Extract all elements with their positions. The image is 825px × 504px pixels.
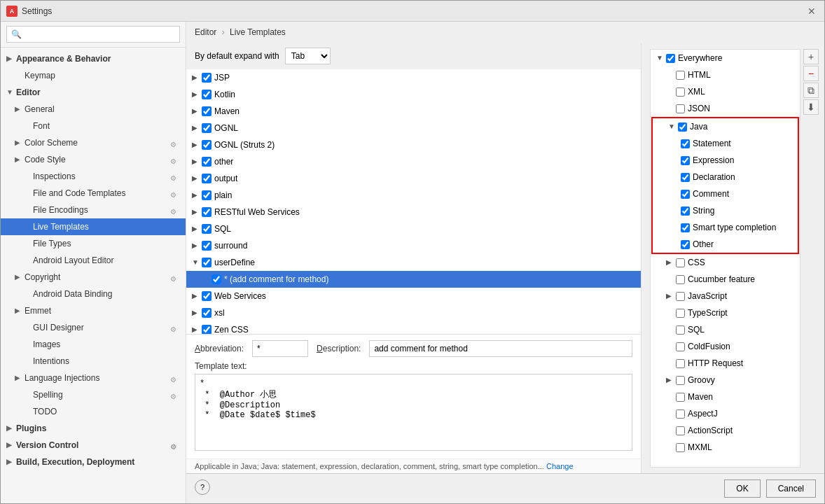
- description-input[interactable]: [369, 340, 632, 357]
- ctx-item-everywhere[interactable]: ▼ Everywhere: [651, 50, 800, 66]
- sidebar-item-todo[interactable]: TODO: [1, 403, 186, 420]
- template-group-jsp[interactable]: ▶ JSP: [186, 69, 641, 86]
- ctx-item-smart-type[interactable]: Smart type completion: [653, 219, 798, 236]
- template-checkbox[interactable]: [202, 258, 212, 267]
- abbreviation-input[interactable]: [252, 340, 308, 357]
- change-link[interactable]: Change: [546, 462, 574, 470]
- ctx-checkbox[interactable]: [666, 54, 675, 63]
- ctx-checkbox[interactable]: [676, 342, 685, 351]
- ctx-checkbox[interactable]: [681, 223, 690, 232]
- template-checkbox[interactable]: [202, 157, 212, 167]
- template-group-other[interactable]: ▶ other: [186, 153, 641, 170]
- template-checkbox[interactable]: [202, 241, 212, 251]
- ctx-checkbox[interactable]: [676, 410, 685, 419]
- template-checkbox[interactable]: [202, 308, 212, 318]
- sidebar-item-android-layout-editor[interactable]: Android Layout Editor: [1, 252, 186, 269]
- ctx-item-java[interactable]: ▼ Java: [653, 118, 798, 135]
- sidebar-item-gui-designer[interactable]: GUI Designer ⚙: [1, 319, 186, 336]
- template-group-restful[interactable]: ▶ RESTful Web Services: [186, 204, 641, 220]
- ctx-item-statement[interactable]: Statement: [653, 135, 798, 152]
- template-checkbox[interactable]: [202, 106, 212, 116]
- template-group-zen-css[interactable]: ▶ Zen CSS: [186, 321, 641, 334]
- ctx-item-actionscript[interactable]: ActionScript: [651, 422, 800, 439]
- ctx-checkbox[interactable]: [676, 71, 685, 80]
- ctx-checkbox[interactable]: [676, 376, 685, 385]
- sidebar-item-emmet[interactable]: ▶ Emmet: [1, 302, 186, 319]
- template-group-maven[interactable]: ▶ Maven: [186, 103, 641, 120]
- template-checkbox[interactable]: [212, 274, 221, 284]
- sidebar-item-build-exec[interactable]: ▶ Build, Execution, Deployment: [1, 454, 186, 470]
- ctx-item-typescript[interactable]: TypeScript: [651, 304, 800, 321]
- ctx-checkbox[interactable]: [676, 88, 685, 97]
- template-group-kotlin[interactable]: ▶ Kotlin: [186, 86, 641, 103]
- template-checkbox[interactable]: [202, 140, 212, 150]
- ctx-checkbox[interactable]: [681, 190, 690, 199]
- move-button[interactable]: ⬇: [803, 99, 819, 115]
- sidebar-item-font[interactable]: Font: [1, 118, 186, 134]
- ctx-item-groovy[interactable]: ▶ Groovy: [651, 372, 800, 388]
- ctx-item-mxml[interactable]: MXML: [651, 439, 800, 456]
- sidebar-item-appearance[interactable]: ▶ Appearance & Behavior: [1, 50, 186, 67]
- ctx-item-json[interactable]: JSON: [651, 100, 800, 117]
- sidebar-item-images[interactable]: Images: [1, 336, 186, 353]
- sidebar-item-intentions[interactable]: Intentions: [1, 353, 186, 370]
- ctx-item-http-request[interactable]: HTTP Request: [651, 355, 800, 372]
- ctx-item-expression[interactable]: Expression: [653, 152, 798, 169]
- ctx-item-javascript[interactable]: ▶ JavaScript: [651, 288, 800, 304]
- ctx-checkbox[interactable]: [676, 426, 685, 435]
- close-button[interactable]: ✕: [805, 4, 819, 18]
- sidebar-item-plugins[interactable]: ▶ Plugins: [1, 420, 186, 437]
- template-checkbox[interactable]: [202, 123, 212, 133]
- ctx-checkbox[interactable]: [681, 173, 690, 182]
- template-checkbox[interactable]: [202, 90, 212, 99]
- ctx-item-sql[interactable]: SQL: [651, 321, 800, 338]
- template-item-add-comment[interactable]: * (add comment for method): [186, 271, 641, 288]
- template-text-area[interactable]: * * @Author 小思 * @Description * @Date $d…: [195, 374, 632, 451]
- template-checkbox[interactable]: [202, 190, 212, 200]
- ctx-checkbox[interactable]: [676, 443, 685, 452]
- ctx-checkbox[interactable]: [676, 292, 685, 301]
- ctx-checkbox[interactable]: [676, 309, 685, 318]
- sidebar-item-file-encodings[interactable]: File Encodings ⚙: [1, 202, 186, 218]
- sidebar-item-keymap[interactable]: Keymap: [1, 67, 186, 84]
- sidebar-item-android-data-binding[interactable]: Android Data Binding: [1, 286, 186, 302]
- sidebar-item-editor[interactable]: ▼ Editor: [1, 84, 186, 101]
- ctx-checkbox[interactable]: [676, 393, 685, 402]
- ctx-checkbox[interactable]: [676, 104, 685, 113]
- ctx-item-maven[interactable]: Maven: [651, 388, 800, 405]
- template-group-surround[interactable]: ▶ surround: [186, 237, 641, 254]
- template-group-xsl[interactable]: ▶ xsl: [186, 304, 641, 321]
- copy-button[interactable]: ⧉: [803, 83, 819, 98]
- ctx-item-cucumber[interactable]: Cucumber feature: [651, 271, 800, 288]
- template-group-plain[interactable]: ▶ plain: [186, 187, 641, 204]
- template-group-ognl-struts[interactable]: ▶ OGNL (Struts 2): [186, 136, 641, 153]
- ctx-checkbox[interactable]: [681, 206, 690, 216]
- ctx-checkbox[interactable]: [676, 359, 685, 368]
- ctx-item-coldfusion[interactable]: ColdFusion: [651, 338, 800, 355]
- ctx-item-string[interactable]: String: [653, 202, 798, 219]
- sidebar-item-file-code-templates[interactable]: File and Code Templates ⚙: [1, 185, 186, 202]
- sidebar-item-live-templates[interactable]: Live Templates: [1, 218, 186, 235]
- template-group-sql[interactable]: ▶ SQL: [186, 220, 641, 237]
- cancel-button[interactable]: Cancel: [766, 479, 816, 498]
- help-button[interactable]: ?: [195, 479, 210, 495]
- template-checkbox[interactable]: [202, 325, 212, 334]
- template-checkbox[interactable]: [202, 207, 212, 217]
- ctx-item-comment[interactable]: Comment: [653, 186, 798, 202]
- sidebar-item-file-types[interactable]: File Types: [1, 235, 186, 252]
- ctx-item-xml[interactable]: XML: [651, 83, 800, 100]
- template-checkbox[interactable]: [202, 174, 212, 183]
- sidebar-item-version-control[interactable]: ▶ Version Control ⚙: [1, 437, 186, 454]
- ctx-checkbox[interactable]: [678, 122, 687, 132]
- sidebar-item-code-style[interactable]: ▶ Code Style ⚙: [1, 151, 186, 168]
- ctx-checkbox[interactable]: [681, 240, 690, 249]
- ctx-item-declaration[interactable]: Declaration: [653, 169, 798, 186]
- template-group-output[interactable]: ▶ output: [186, 170, 641, 187]
- remove-button[interactable]: −: [803, 66, 819, 81]
- sidebar-item-general[interactable]: ▶ General: [1, 101, 186, 118]
- ctx-item-other[interactable]: Other: [653, 236, 798, 253]
- template-checkbox[interactable]: [202, 291, 212, 301]
- add-button[interactable]: +: [803, 49, 819, 64]
- ctx-checkbox[interactable]: [681, 156, 690, 165]
- sidebar-item-copyright[interactable]: ▶ Copyright ⚙: [1, 269, 186, 286]
